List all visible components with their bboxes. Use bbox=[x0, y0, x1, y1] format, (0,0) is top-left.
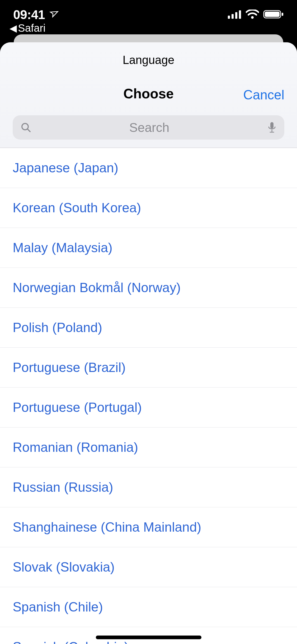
language-row[interactable]: Korean (South Korea) bbox=[0, 188, 297, 228]
svg-rect-3 bbox=[239, 10, 241, 19]
language-row[interactable]: Polish (Poland) bbox=[0, 308, 297, 348]
search-container: Search bbox=[0, 104, 297, 148]
status-time: 09:41 bbox=[13, 7, 45, 22]
back-to-app-label: Safari bbox=[18, 22, 46, 34]
language-label: Korean (South Korea) bbox=[13, 200, 141, 215]
svg-rect-7 bbox=[282, 13, 283, 16]
language-row[interactable]: Shanghainese (China Mainland) bbox=[0, 507, 297, 547]
battery-icon bbox=[263, 10, 284, 19]
cellular-signal-icon bbox=[228, 10, 242, 19]
language-row[interactable]: Slovak (Slovakia) bbox=[0, 547, 297, 587]
language-row[interactable]: Norwegian Bokmål (Norway) bbox=[0, 268, 297, 308]
language-label: Russian (Russia) bbox=[13, 480, 113, 495]
language-list[interactable]: Japanese (Japan)Korean (South Korea)Mala… bbox=[0, 148, 297, 644]
language-row[interactable]: Japanese (Japan) bbox=[0, 148, 297, 188]
home-indicator[interactable] bbox=[96, 636, 201, 639]
language-row[interactable]: Romanian (Romania) bbox=[0, 427, 297, 467]
language-label: Portuguese (Portugal) bbox=[13, 400, 142, 415]
language-label: Portuguese (Brazil) bbox=[13, 360, 126, 375]
language-row[interactable]: Spanish (Chile) bbox=[0, 587, 297, 627]
language-row[interactable]: Portuguese (Portugal) bbox=[0, 388, 297, 427]
language-label: Shanghainese (China Mainland) bbox=[13, 520, 201, 535]
modal-header: Language Choose Cancel Search bbox=[0, 42, 297, 148]
search-icon bbox=[21, 122, 31, 133]
search-input[interactable]: Search bbox=[13, 115, 284, 140]
language-row[interactable]: Malay (Malaysia) bbox=[0, 228, 297, 268]
language-label: Polish (Poland) bbox=[13, 320, 102, 335]
language-label: Slovak (Slovakia) bbox=[13, 560, 115, 574]
language-row[interactable]: Russian (Russia) bbox=[0, 467, 297, 507]
language-modal: Language Choose Cancel Search bbox=[0, 42, 297, 644]
modal-subtitle: Language bbox=[0, 53, 297, 67]
svg-rect-2 bbox=[235, 12, 237, 19]
svg-point-4 bbox=[251, 16, 254, 19]
chevron-left-icon: ◀ bbox=[10, 23, 17, 34]
svg-rect-1 bbox=[232, 14, 234, 19]
svg-line-9 bbox=[27, 129, 30, 132]
status-right bbox=[228, 7, 284, 19]
language-label: Spanish (Chile) bbox=[13, 600, 103, 614]
wifi-icon bbox=[246, 10, 259, 19]
status-left: 09:41 bbox=[13, 7, 58, 22]
location-arrow-icon bbox=[47, 8, 59, 21]
cancel-button[interactable]: Cancel bbox=[243, 87, 284, 103]
modal-title: Choose bbox=[123, 86, 174, 101]
language-label: Malay (Malaysia) bbox=[13, 240, 112, 255]
device-frame: 09:41 bbox=[0, 0, 297, 644]
back-to-app-button[interactable]: ◀ Safari bbox=[10, 22, 46, 34]
language-label: Norwegian Bokmål (Norway) bbox=[13, 280, 181, 295]
microphone-icon[interactable] bbox=[267, 122, 276, 133]
svg-rect-0 bbox=[228, 16, 230, 19]
language-row[interactable]: Portuguese (Brazil) bbox=[0, 348, 297, 388]
modal-title-row: Choose Cancel bbox=[0, 86, 297, 104]
language-label: Japanese (Japan) bbox=[13, 160, 118, 175]
svg-rect-10 bbox=[270, 122, 274, 128]
language-label: Spanish (Colombia) bbox=[13, 640, 129, 644]
language-label: Romanian (Romania) bbox=[13, 440, 138, 455]
svg-rect-6 bbox=[265, 12, 280, 17]
search-placeholder: Search bbox=[35, 120, 263, 135]
